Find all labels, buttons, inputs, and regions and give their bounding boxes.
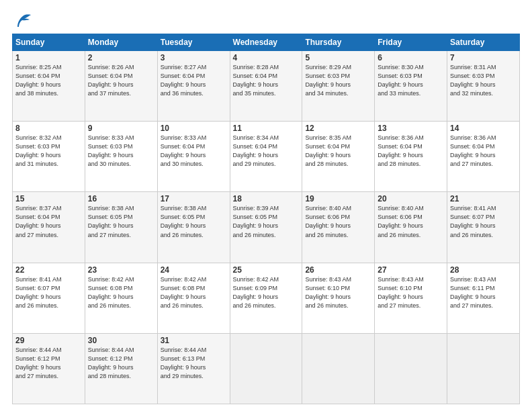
day-detail: Sunrise: 8:43 AM Sunset: 6:10 PM Dayligh…	[378, 275, 444, 310]
calendar-week-5: 29Sunrise: 8:44 AM Sunset: 6:12 PM Dayli…	[13, 333, 520, 404]
calendar-cell: 4Sunrise: 8:28 AM Sunset: 6:04 PM Daylig…	[230, 51, 302, 122]
day-number: 3	[161, 53, 227, 62]
day-number: 22	[15, 265, 82, 275]
header	[12, 12, 520, 28]
weekday-header-friday: Friday	[375, 34, 447, 51]
calendar-cell: 23Sunrise: 8:42 AM Sunset: 6:08 PM Dayli…	[85, 263, 157, 333]
calendar-cell: 2Sunrise: 8:26 AM Sunset: 6:04 PM Daylig…	[85, 51, 157, 122]
day-number: 4	[233, 53, 300, 62]
calendar-cell: 12Sunrise: 8:35 AM Sunset: 6:04 PM Dayli…	[302, 122, 375, 192]
day-detail: Sunrise: 8:26 AM Sunset: 6:04 PM Dayligh…	[88, 63, 154, 98]
calendar-cell: 27Sunrise: 8:43 AM Sunset: 6:10 PM Dayli…	[375, 263, 447, 333]
day-number: 17	[161, 194, 227, 203]
day-detail: Sunrise: 8:40 AM Sunset: 6:06 PM Dayligh…	[305, 204, 371, 239]
calendar-cell: 17Sunrise: 8:38 AM Sunset: 6:05 PM Dayli…	[157, 192, 230, 263]
day-number: 23	[88, 265, 154, 275]
day-detail: Sunrise: 8:40 AM Sunset: 6:06 PM Dayligh…	[378, 204, 444, 239]
calendar-cell: 14Sunrise: 8:36 AM Sunset: 6:04 PM Dayli…	[447, 122, 520, 192]
day-number: 27	[378, 265, 444, 275]
day-number: 12	[305, 124, 371, 133]
day-number: 2	[88, 53, 154, 62]
logo-bird-icon	[13, 12, 32, 31]
day-number: 8	[15, 124, 82, 133]
calendar-cell: 8Sunrise: 8:32 AM Sunset: 6:03 PM Daylig…	[13, 122, 85, 192]
day-detail: Sunrise: 8:25 AM Sunset: 6:04 PM Dayligh…	[15, 63, 82, 98]
day-detail: Sunrise: 8:42 AM Sunset: 6:08 PM Dayligh…	[88, 275, 154, 310]
day-detail: Sunrise: 8:43 AM Sunset: 6:10 PM Dayligh…	[305, 275, 371, 310]
day-number: 6	[378, 53, 444, 62]
calendar-cell: 26Sunrise: 8:43 AM Sunset: 6:10 PM Dayli…	[302, 263, 375, 333]
weekday-header-monday: Monday	[85, 34, 157, 51]
day-detail: Sunrise: 8:29 AM Sunset: 6:03 PM Dayligh…	[305, 63, 371, 98]
day-detail: Sunrise: 8:34 AM Sunset: 6:04 PM Dayligh…	[233, 134, 300, 169]
day-number: 14	[450, 124, 517, 133]
day-detail: Sunrise: 8:33 AM Sunset: 6:04 PM Dayligh…	[161, 134, 227, 169]
logo	[12, 12, 32, 28]
day-number: 9	[88, 124, 154, 133]
calendar-cell: 10Sunrise: 8:33 AM Sunset: 6:04 PM Dayli…	[157, 122, 230, 192]
day-detail: Sunrise: 8:36 AM Sunset: 6:04 PM Dayligh…	[378, 134, 444, 169]
calendar-cell: 1Sunrise: 8:25 AM Sunset: 6:04 PM Daylig…	[13, 51, 85, 122]
day-number: 1	[15, 53, 82, 62]
day-number: 29	[15, 336, 82, 345]
calendar-cell: 16Sunrise: 8:38 AM Sunset: 6:05 PM Dayli…	[85, 192, 157, 263]
calendar-cell: 13Sunrise: 8:36 AM Sunset: 6:04 PM Dayli…	[375, 122, 447, 192]
day-number: 24	[161, 265, 227, 275]
calendar-week-3: 15Sunrise: 8:37 AM Sunset: 6:04 PM Dayli…	[13, 192, 520, 263]
page: SundayMondayTuesdayWednesdayThursdayFrid…	[0, 0, 532, 411]
day-detail: Sunrise: 8:37 AM Sunset: 6:04 PM Dayligh…	[15, 204, 82, 239]
weekday-header-wednesday: Wednesday	[230, 34, 302, 51]
calendar-week-4: 22Sunrise: 8:41 AM Sunset: 6:07 PM Dayli…	[13, 263, 520, 333]
day-detail: Sunrise: 8:43 AM Sunset: 6:11 PM Dayligh…	[450, 275, 517, 310]
day-detail: Sunrise: 8:42 AM Sunset: 6:09 PM Dayligh…	[233, 275, 300, 310]
day-number: 21	[450, 194, 517, 203]
calendar-cell: 21Sunrise: 8:41 AM Sunset: 6:07 PM Dayli…	[447, 192, 520, 263]
day-number: 5	[305, 53, 371, 62]
day-number: 25	[233, 265, 300, 275]
weekday-header-tuesday: Tuesday	[157, 34, 230, 51]
calendar-cell: 28Sunrise: 8:43 AM Sunset: 6:11 PM Dayli…	[447, 263, 520, 333]
weekday-header-saturday: Saturday	[447, 34, 520, 51]
day-number: 11	[233, 124, 300, 133]
day-detail: Sunrise: 8:39 AM Sunset: 6:05 PM Dayligh…	[233, 204, 300, 239]
weekday-header-sunday: Sunday	[13, 34, 85, 51]
day-detail: Sunrise: 8:41 AM Sunset: 6:07 PM Dayligh…	[15, 275, 82, 310]
day-number: 30	[88, 336, 154, 345]
calendar-cell: 25Sunrise: 8:42 AM Sunset: 6:09 PM Dayli…	[230, 263, 302, 333]
day-detail: Sunrise: 8:44 AM Sunset: 6:12 PM Dayligh…	[88, 346, 154, 381]
day-detail: Sunrise: 8:33 AM Sunset: 6:03 PM Dayligh…	[88, 134, 154, 169]
day-detail: Sunrise: 8:36 AM Sunset: 6:04 PM Dayligh…	[450, 134, 517, 169]
calendar-cell: 18Sunrise: 8:39 AM Sunset: 6:05 PM Dayli…	[230, 192, 302, 263]
weekday-header-thursday: Thursday	[302, 34, 375, 51]
calendar-cell: 24Sunrise: 8:42 AM Sunset: 6:08 PM Dayli…	[157, 263, 230, 333]
calendar-cell: 7Sunrise: 8:31 AM Sunset: 6:03 PM Daylig…	[447, 51, 520, 122]
calendar-cell: 6Sunrise: 8:30 AM Sunset: 6:03 PM Daylig…	[375, 51, 447, 122]
calendar-cell: 30Sunrise: 8:44 AM Sunset: 6:12 PM Dayli…	[85, 333, 157, 404]
day-number: 20	[378, 194, 444, 203]
calendar-cell: 5Sunrise: 8:29 AM Sunset: 6:03 PM Daylig…	[302, 51, 375, 122]
calendar-body: 1Sunrise: 8:25 AM Sunset: 6:04 PM Daylig…	[13, 51, 520, 404]
day-detail: Sunrise: 8:31 AM Sunset: 6:03 PM Dayligh…	[450, 63, 517, 98]
day-number: 26	[305, 265, 371, 275]
day-number: 13	[378, 124, 444, 133]
calendar-cell	[302, 333, 375, 404]
calendar-cell	[447, 333, 520, 404]
day-detail: Sunrise: 8:38 AM Sunset: 6:05 PM Dayligh…	[88, 204, 154, 239]
day-number: 28	[450, 265, 517, 275]
day-number: 16	[88, 194, 154, 203]
day-detail: Sunrise: 8:42 AM Sunset: 6:08 PM Dayligh…	[161, 275, 227, 310]
calendar-cell: 15Sunrise: 8:37 AM Sunset: 6:04 PM Dayli…	[13, 192, 85, 263]
day-number: 18	[233, 194, 300, 203]
day-detail: Sunrise: 8:44 AM Sunset: 6:13 PM Dayligh…	[161, 346, 227, 381]
day-detail: Sunrise: 8:44 AM Sunset: 6:12 PM Dayligh…	[15, 346, 82, 381]
day-number: 31	[161, 336, 227, 345]
day-detail: Sunrise: 8:27 AM Sunset: 6:04 PM Dayligh…	[161, 63, 227, 98]
day-detail: Sunrise: 8:30 AM Sunset: 6:03 PM Dayligh…	[378, 63, 444, 98]
day-number: 15	[15, 194, 82, 203]
day-detail: Sunrise: 8:32 AM Sunset: 6:03 PM Dayligh…	[15, 134, 82, 169]
day-detail: Sunrise: 8:41 AM Sunset: 6:07 PM Dayligh…	[450, 204, 517, 239]
day-detail: Sunrise: 8:28 AM Sunset: 6:04 PM Dayligh…	[233, 63, 300, 98]
calendar-cell	[230, 333, 302, 404]
day-detail: Sunrise: 8:35 AM Sunset: 6:04 PM Dayligh…	[305, 134, 371, 169]
calendar-cell	[375, 333, 447, 404]
